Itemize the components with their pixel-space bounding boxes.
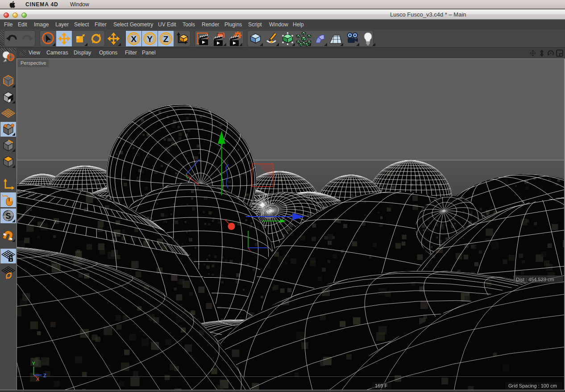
svg-text:Y: Y [147, 34, 153, 44]
svg-text:Z: Z [163, 34, 169, 44]
svg-text:S: S [5, 212, 11, 221]
svg-text:X: X [131, 34, 137, 44]
